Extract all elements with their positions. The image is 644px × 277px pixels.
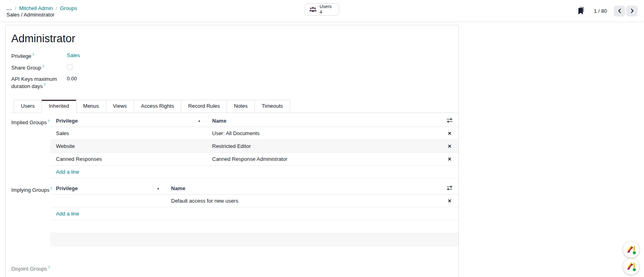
- users-stat-label: Users: [320, 4, 332, 9]
- notebook-tabs: Users Inherited Menus Views Access Right…: [11, 100, 458, 113]
- cell-privilege[interactable]: Canned Responses: [50, 152, 206, 165]
- breadcrumb-separator: /: [15, 6, 17, 11]
- users-stat-button[interactable]: Users 4: [305, 3, 339, 16]
- breadcrumb-current-record: Sales / Administrator: [6, 12, 77, 17]
- users-stat-count: 4: [320, 10, 332, 15]
- bookmark-icon: [577, 7, 585, 15]
- field-label-implied-groups: Implied Groups?: [11, 115, 50, 125]
- chevron-right-icon: [630, 8, 634, 13]
- optional-columns-header: [441, 115, 458, 127]
- breadcrumb-link-mitchell-admin[interactable]: Mitchell Admin: [19, 6, 53, 11]
- field-label-disjoint-groups: Disjoint Groups?: [11, 261, 50, 272]
- optional-columns-header: [441, 183, 458, 195]
- optional-columns-button[interactable]: [447, 185, 452, 191]
- implied-groups-table: Privilege ▲ Name: [50, 115, 458, 179]
- cell-name[interactable]: User: All Documents: [206, 127, 441, 140]
- record-title: Administrator: [11, 33, 458, 45]
- cell-privilege[interactable]: [50, 194, 165, 207]
- table-row[interactable]: Canned Responses Canned Response Adminis…: [50, 152, 458, 165]
- sliders-icon: [447, 185, 452, 191]
- help-icon[interactable]: ?: [48, 265, 50, 269]
- sort-ascending-icon: ▲: [157, 187, 160, 190]
- field-label-api-keys-duration: API Keys maximum duration days?: [11, 76, 61, 90]
- add-line-row: Add a line: [50, 207, 458, 220]
- empty-filler-row: [50, 220, 458, 233]
- cell-privilege[interactable]: Sales: [50, 127, 206, 140]
- ai-logo-icon: [626, 261, 636, 272]
- help-icon[interactable]: ?: [47, 119, 50, 123]
- table-row[interactable]: Website Restricted Editor ✕: [50, 140, 458, 152]
- ai-assistant-badge[interactable]: [623, 259, 639, 275]
- delete-row-button[interactable]: ✕: [448, 156, 452, 162]
- tab-menus[interactable]: Menus: [76, 100, 106, 113]
- breadcrumb: ... / Mitchell Admin / Groups Sales / Ad…: [6, 5, 77, 17]
- form-sheet: Administrator Privilege? Sales Share Gro…: [5, 25, 459, 277]
- delete-row-button[interactable]: ✕: [448, 198, 452, 204]
- optional-columns-button[interactable]: [447, 118, 452, 123]
- api-keys-duration-value[interactable]: 0.00: [67, 76, 77, 82]
- pager-previous-button[interactable]: [614, 6, 625, 16]
- breadcrumb-overflow-button[interactable]: ...: [6, 6, 12, 11]
- tab-notes[interactable]: Notes: [227, 100, 255, 113]
- column-header-privilege[interactable]: Privilege ▲: [50, 183, 165, 195]
- cell-name[interactable]: Restricted Editor: [206, 140, 441, 152]
- cell-name[interactable]: Default access for new users: [165, 194, 441, 207]
- delete-row-button[interactable]: ✕: [448, 144, 452, 149]
- sliders-icon: [447, 118, 452, 123]
- add-line-row: Add a line: [50, 165, 458, 178]
- tab-access-rights[interactable]: Access Rights: [134, 100, 181, 113]
- privilege-value-link[interactable]: Sales: [67, 52, 80, 58]
- breadcrumb-link-groups[interactable]: Groups: [60, 6, 77, 11]
- control-panel: ... / Mitchell Admin / Groups Sales / Ad…: [0, 0, 644, 22]
- table-header-row: Privilege ▲ Name: [50, 115, 458, 127]
- bookmark-button[interactable]: [577, 7, 585, 15]
- help-icon[interactable]: ?: [32, 53, 34, 57]
- add-a-line-link[interactable]: Add a line: [56, 169, 79, 175]
- implied-groups-section: Implied Groups? Privilege ▲ Name: [11, 115, 458, 183]
- help-icon[interactable]: ?: [42, 64, 44, 68]
- users-group-icon: [309, 6, 317, 12]
- table-row[interactable]: Default access for new users ✕: [50, 194, 458, 207]
- tab-inherited[interactable]: Inherited: [41, 100, 76, 113]
- share-group-checkbox[interactable]: [67, 64, 72, 70]
- column-header-name[interactable]: Name: [206, 115, 441, 127]
- implying-groups-table: Privilege ▲ Name: [50, 183, 458, 246]
- empty-filler-row: [50, 233, 458, 246]
- ai-assistant-badge[interactable]: [623, 242, 639, 258]
- tab-content-inherited: Implied Groups? Privilege ▲ Name: [11, 113, 458, 272]
- tab-users[interactable]: Users: [14, 100, 42, 113]
- help-icon[interactable]: ?: [43, 83, 45, 87]
- field-label-share-group: Share Group?: [11, 64, 61, 72]
- column-header-name[interactable]: Name: [165, 183, 441, 195]
- disjoint-groups-section: Disjoint Groups?: [11, 261, 458, 272]
- tab-record-rules[interactable]: Record Rules: [181, 100, 227, 113]
- tab-views[interactable]: Views: [106, 100, 134, 113]
- tab-timeouts[interactable]: Timeouts: [254, 100, 290, 113]
- chevron-left-icon: [618, 8, 621, 13]
- table-row[interactable]: Sales User: All Documents ✕: [50, 127, 458, 140]
- table-header-row: Privilege ▲ Name: [50, 183, 458, 195]
- sort-ascending-icon: ▲: [198, 119, 201, 123]
- field-label-implying-groups: Implying Groups?: [11, 183, 50, 193]
- implying-groups-section: Implying Groups? Privilege ▲ Name: [11, 183, 458, 250]
- pager-next-button[interactable]: [626, 6, 638, 16]
- cell-privilege[interactable]: Website: [50, 140, 206, 152]
- breadcrumb-separator: /: [56, 6, 57, 11]
- delete-row-button[interactable]: ✕: [448, 131, 452, 136]
- cell-name[interactable]: Canned Response Administrator: [206, 152, 441, 165]
- column-header-privilege[interactable]: Privilege ▲: [50, 115, 206, 127]
- add-a-line-link[interactable]: Add a line: [56, 211, 79, 217]
- ai-logo-icon: [626, 244, 636, 255]
- field-label-privilege: Privilege?: [11, 52, 61, 60]
- pager-value: 1 / 80: [594, 8, 607, 14]
